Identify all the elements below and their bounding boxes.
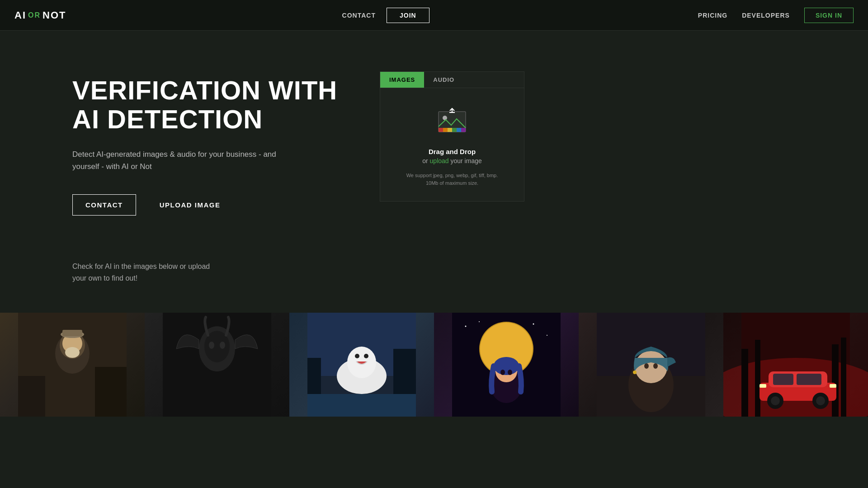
logo-or: or <box>28 11 41 19</box>
svg-rect-60 <box>841 338 846 417</box>
nav-contact[interactable]: CONTACT <box>335 8 383 23</box>
check-text-line2: your own to find out! <box>72 274 137 282</box>
svg-rect-16 <box>62 330 82 336</box>
svg-rect-4 <box>443 128 448 132</box>
hero-buttons: CONTACT UPLOAD IMAGE <box>72 194 344 216</box>
check-text: Check for AI in the images below or uplo… <box>72 261 253 284</box>
svg-point-24 <box>220 342 225 349</box>
svg-point-1 <box>443 116 447 120</box>
svg-point-33 <box>364 354 368 358</box>
svg-point-45 <box>533 324 534 325</box>
your-image-text: your image <box>451 157 482 164</box>
nav-developers[interactable]: DEVELOPERS <box>742 12 790 19</box>
svg-rect-6 <box>452 128 457 132</box>
nav-join[interactable]: JOIN <box>387 8 429 23</box>
gallery-item-3[interactable] <box>289 313 434 417</box>
upload-link[interactable]: upload <box>430 157 449 164</box>
navbar: AI or NOT CONTACT JOIN PRICING DEVELOPER… <box>0 0 868 31</box>
contact-button[interactable]: CONTACT <box>72 194 136 216</box>
svg-rect-57 <box>741 349 748 417</box>
svg-point-68 <box>816 396 825 405</box>
hero-right: IMAGES AUDIO <box>380 71 524 202</box>
nav-pricing[interactable]: PRICING <box>698 12 727 19</box>
check-text-line1: Check for AI in the images below or uplo… <box>72 263 210 270</box>
svg-point-52 <box>653 363 658 369</box>
gallery-item-6[interactable] <box>723 313 868 417</box>
svg-rect-3 <box>439 128 443 132</box>
svg-rect-64 <box>797 374 821 385</box>
svg-point-46 <box>547 335 547 336</box>
hero-title-line2: AI DETECTION <box>72 104 263 134</box>
drag-drop-title: Drag and Drop <box>429 148 476 155</box>
navbar-left: AI or NOT <box>14 9 66 21</box>
svg-point-66 <box>771 396 780 405</box>
navbar-right: PRICING DEVELOPERS SIGN IN <box>698 8 854 23</box>
svg-point-32 <box>355 354 359 358</box>
upload-widget: IMAGES AUDIO <box>380 71 524 202</box>
check-section: Check for AI in the images below or uplo… <box>0 252 868 302</box>
tab-audio[interactable]: AUDIO <box>424 72 463 88</box>
svg-rect-34 <box>307 394 416 417</box>
upload-support-text: We support jpeg, png, webp, gif, tiff, b… <box>402 172 502 187</box>
gallery-item-4[interactable] <box>434 313 579 417</box>
svg-point-51 <box>644 363 649 369</box>
gallery-item-2[interactable] <box>145 313 289 417</box>
upload-image-button[interactable]: UPLOAD IMAGE <box>147 195 233 215</box>
svg-rect-8 <box>461 128 466 132</box>
svg-rect-70 <box>830 384 836 388</box>
image-gallery <box>0 313 868 417</box>
svg-rect-18 <box>18 376 45 417</box>
svg-point-50 <box>635 351 667 383</box>
svg-rect-7 <box>457 128 461 132</box>
upload-preview-icon <box>436 106 468 139</box>
svg-rect-19 <box>95 367 127 417</box>
svg-point-44 <box>479 321 480 322</box>
svg-point-41 <box>500 370 505 375</box>
svg-point-23 <box>209 342 214 349</box>
svg-rect-5 <box>448 128 452 132</box>
hero-title: VERIFICATION WITH AI DETECTION <box>72 76 344 134</box>
tab-images[interactable]: IMAGES <box>380 72 424 88</box>
svg-rect-69 <box>760 384 766 388</box>
upload-tabs: IMAGES AUDIO <box>380 72 524 88</box>
logo-ai: AI <box>14 9 26 21</box>
svg-rect-58 <box>755 340 760 417</box>
svg-point-17 <box>65 347 80 358</box>
svg-rect-63 <box>773 374 793 385</box>
hero-title-line1: VERIFICATION WITH <box>72 75 337 105</box>
hero-description: Detect AI-generated images & audio for y… <box>72 148 280 173</box>
svg-point-31 <box>351 347 373 369</box>
gallery-item-1[interactable] <box>0 313 145 417</box>
svg-point-42 <box>508 370 512 375</box>
navbar-center: CONTACT JOIN <box>335 8 429 23</box>
logo-not: NOT <box>42 9 66 21</box>
sign-in-button[interactable]: SIGN IN <box>804 8 854 23</box>
svg-point-40 <box>494 357 519 375</box>
svg-point-53 <box>633 371 637 374</box>
logo[interactable]: AI or NOT <box>14 9 66 21</box>
svg-rect-59 <box>832 344 839 417</box>
hero-left: VERIFICATION WITH AI DETECTION Detect AI… <box>72 76 344 216</box>
hero-section: VERIFICATION WITH AI DETECTION Detect AI… <box>0 31 868 252</box>
gallery-item-5[interactable] <box>579 313 723 417</box>
svg-point-43 <box>465 326 467 327</box>
upload-body[interactable]: Drag and Drop or upload your image We su… <box>380 88 524 201</box>
drag-drop-subtitle: or upload your image <box>422 157 482 164</box>
or-text: or <box>422 157 428 164</box>
